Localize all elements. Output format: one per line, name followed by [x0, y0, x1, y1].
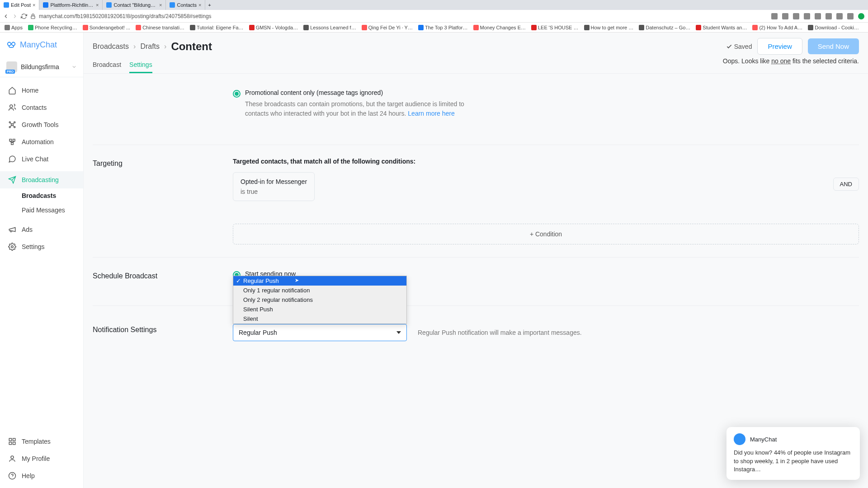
dropdown-option[interactable]: Silent	[233, 314, 406, 324]
svg-rect-14	[13, 438, 15, 441]
bookmark-item[interactable]: Chinese translati…	[134, 25, 186, 30]
bookmark-item[interactable]: Apps	[3, 25, 24, 30]
bookmark-item[interactable]: Sonderangebot! ...	[81, 25, 132, 30]
nav-ads[interactable]: Ads	[0, 221, 83, 238]
bookmark-item[interactable]: Phone Recycling…	[26, 25, 79, 30]
contacts-icon	[8, 103, 16, 112]
add-tab-button[interactable]: +	[205, 2, 213, 8]
extension-icon[interactable]	[847, 13, 854, 19]
tab-favicon	[106, 2, 112, 8]
bookmark-favicon	[584, 25, 590, 30]
nav-templates[interactable]: Templates	[0, 433, 83, 450]
bookmark-item[interactable]: Student Wants an…	[694, 25, 749, 30]
brand[interactable]: ManyChat	[0, 33, 83, 57]
dropdown-option[interactable]: Silent Push	[233, 305, 406, 314]
bookmark-item[interactable]: Lessons Learned f…	[302, 25, 358, 30]
section-title-notification: Notification Settings	[93, 326, 233, 334]
browser-tab[interactable]: Contacts×	[166, 0, 205, 10]
bookmark-favicon	[696, 25, 701, 30]
account-switcher[interactable]: PRO Bildungsfirma	[0, 57, 83, 77]
nav-help[interactable]: Help	[0, 467, 83, 484]
radio-promotional[interactable]	[233, 90, 241, 98]
radio-label: Promotional content only (message tags i…	[245, 89, 383, 96]
browser-tab[interactable]: Edit Post×	[0, 0, 39, 10]
profile-avatar[interactable]	[858, 13, 864, 19]
nav-profile[interactable]: My Profile	[0, 450, 83, 467]
bookmark-item[interactable]: (2) How To Add A…	[750, 25, 804, 30]
cursor-icon: ➤	[295, 277, 299, 283]
nav-settings[interactable]: Settings	[0, 238, 83, 255]
dropdown-option[interactable]: Regular Push➤	[233, 276, 406, 286]
nav-livechat[interactable]: Live Chat	[0, 150, 83, 168]
bookmark-item[interactable]: Money Changes E…	[472, 25, 528, 30]
bookmark-favicon	[136, 25, 141, 30]
notification-select[interactable]: Regular Push	[233, 324, 407, 341]
toast-notification[interactable]: ManyChat Did you know? 44% of people use…	[726, 427, 860, 480]
learn-more-link[interactable]: Learn more here	[408, 110, 455, 117]
extension-icon[interactable]	[771, 13, 778, 19]
close-icon[interactable]: ×	[159, 2, 162, 8]
extension-icon[interactable]	[782, 13, 788, 19]
tab-settings[interactable]: Settings	[129, 57, 152, 73]
add-condition-button[interactable]: + Condition	[233, 224, 859, 244]
extension-icon[interactable]	[826, 13, 832, 19]
logic-and-chip[interactable]: AND	[833, 178, 859, 191]
send-now-button[interactable]: Send Now	[808, 38, 859, 54]
bookmark-favicon	[531, 25, 537, 30]
bookmarks-bar: AppsPhone Recycling…Sonderangebot! ...Ch…	[0, 23, 868, 33]
notification-help: Regular Push notification will make a im…	[418, 329, 582, 336]
breadcrumb[interactable]: Broadcasts	[93, 42, 129, 51]
url-field[interactable]: manychat.com/fb198150208192061!8/posting…	[39, 13, 768, 19]
reload-icon[interactable]	[21, 13, 27, 19]
targeting-header: Targeted contacts, that match all of the…	[233, 158, 859, 165]
tab-broadcast[interactable]: Broadcast	[93, 57, 121, 73]
bookmark-item[interactable]: Qing Fei De Yi · Y…	[360, 25, 415, 30]
tab-favicon	[4, 2, 9, 8]
section-title-schedule: Schedule Broadcast	[93, 272, 233, 280]
bookmark-item[interactable]: GMSN - Vologda…	[247, 25, 300, 30]
close-icon[interactable]: ×	[96, 2, 99, 8]
bookmark-item[interactable]: How to get more …	[582, 25, 636, 30]
svg-rect-10	[13, 139, 15, 141]
tab-favicon	[43, 2, 48, 8]
extension-icon[interactable]	[804, 13, 810, 19]
nav-broadcasting[interactable]: Broadcasting	[0, 171, 83, 188]
nav-contacts[interactable]: Contacts	[0, 99, 83, 116]
bookmark-item[interactable]: Datenschutz – Go…	[637, 25, 692, 30]
close-icon[interactable]: ×	[198, 2, 201, 8]
browser-tab[interactable]: Plattform-Richtlinien – Übersi…×	[39, 0, 103, 10]
bookmark-favicon	[473, 25, 479, 30]
dropdown-option[interactable]: Only 1 regular notification	[233, 286, 406, 295]
broadcasting-icon	[8, 176, 16, 184]
extension-icon[interactable]	[836, 13, 843, 19]
live-chat-icon	[8, 155, 16, 163]
bookmark-item[interactable]: Tutorial: Eigene Fa…	[188, 25, 245, 30]
nav-sub-paid[interactable]: Paid Messages	[0, 203, 83, 217]
preview-button[interactable]: Preview	[757, 38, 802, 55]
criteria-warning: Oops. Looks like no one fits the selecte…	[723, 57, 859, 73]
forward-icon[interactable]	[12, 13, 18, 19]
tabs: Broadcast Settings Oops. Looks like no o…	[84, 55, 868, 74]
extension-icon[interactable]	[815, 13, 821, 19]
promo-description: These broadcasts can contain promotions,…	[245, 99, 480, 118]
svg-point-17	[11, 456, 14, 459]
svg-point-6	[14, 122, 15, 123]
nav-home[interactable]: Home	[0, 82, 83, 99]
nav-sub-broadcasts[interactable]: Broadcasts	[0, 188, 83, 203]
bookmark-item[interactable]: Download - Cooki…	[806, 25, 861, 30]
dropdown-option[interactable]: Only 2 regular notifications	[233, 295, 406, 305]
extension-icon[interactable]	[793, 13, 799, 19]
close-icon[interactable]: ×	[33, 2, 35, 8]
back-icon[interactable]	[3, 13, 9, 19]
bookmark-item[interactable]: The Top 3 Platfor…	[416, 25, 470, 30]
address-bar: manychat.com/fb198150208192061!8/posting…	[0, 10, 868, 23]
breadcrumb[interactable]: Drafts	[140, 42, 160, 51]
svg-rect-15	[9, 442, 11, 445]
nav-automation[interactable]: Automation	[0, 133, 83, 150]
main-content: Broadcasts › Drafts › Content Saved Prev…	[84, 33, 868, 488]
bookmark-item[interactable]: LEE 'S HOUSE …	[529, 25, 580, 30]
nav-growth[interactable]: Growth Tools	[0, 116, 83, 133]
condition-pill[interactable]: Opted-in for Messenger is true	[233, 172, 315, 201]
browser-tab[interactable]: Contact "Bildungsfirma" throu…×	[103, 0, 166, 10]
chevron-right-icon: ›	[164, 42, 166, 51]
